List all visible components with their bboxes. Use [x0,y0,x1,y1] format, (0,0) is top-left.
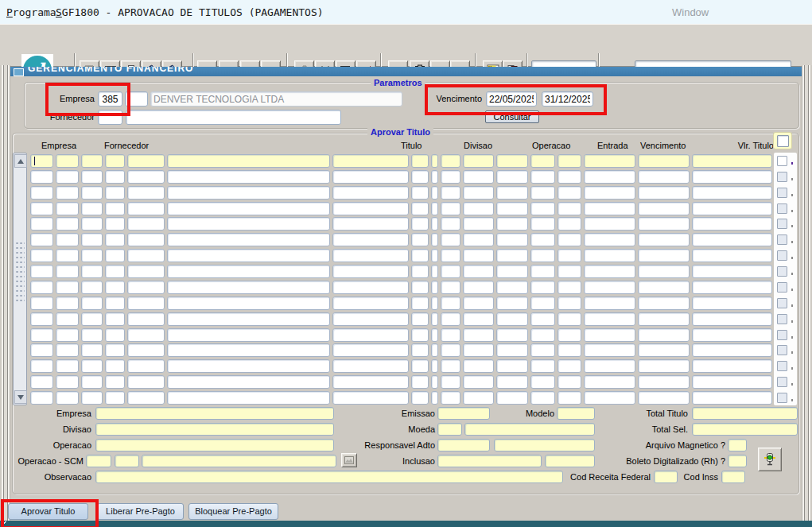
row-select-checkbox[interactable] [777,298,787,308]
grid-cell[interactable] [56,391,79,405]
grid-cell[interactable] [530,328,555,342]
row-select-checkbox[interactable] [777,172,787,182]
row-select-checkbox[interactable] [777,314,787,324]
grid-cell[interactable] [463,296,494,310]
grid-cell[interactable] [692,296,772,310]
scroll-up-button[interactable] [14,154,27,168]
grid-cell[interactable] [431,312,438,326]
grid-cell[interactable] [441,186,460,200]
grid-cell[interactable] [30,249,53,262]
grid-cell[interactable] [558,375,581,389]
grid-cell[interactable] [56,375,79,389]
grid-cell[interactable] [56,217,79,231]
grid-cell[interactable] [30,375,53,389]
grid-cell[interactable] [463,170,494,184]
grid-cell[interactable] [441,265,460,278]
grid-cell[interactable] [167,328,330,342]
grid-row[interactable] [30,343,775,357]
grid-cell[interactable] [105,154,125,168]
grid-cell[interactable] [463,186,494,200]
semaforo-button[interactable] [758,448,782,471]
grid-cell[interactable] [30,233,53,246]
grid-cell[interactable] [127,391,165,405]
grid-cell[interactable] [441,343,460,357]
grid-cell[interactable] [638,249,690,262]
grid-cell[interactable] [558,154,581,168]
grid-cell[interactable] [692,343,772,357]
grid-cell[interactable] [441,217,460,231]
row-select-checkbox[interactable] [777,266,787,277]
grid-cell[interactable] [496,233,528,246]
detail-inclusao-user-field[interactable] [545,455,595,467]
row-select-checkbox[interactable] [777,282,787,293]
grid-cell[interactable] [127,265,165,278]
grid-cell[interactable] [105,281,125,294]
grid-cell[interactable] [692,170,772,184]
grid-cell[interactable] [56,170,79,184]
grid-cell[interactable] [638,233,690,246]
empresa-code-input[interactable] [98,91,122,107]
grid-cell[interactable] [411,281,429,294]
grid-cell[interactable] [56,296,79,310]
grid-cell[interactable] [127,343,165,357]
grid-cell[interactable] [105,343,125,357]
grid-cell[interactable] [496,281,528,294]
grid-row[interactable] [30,202,775,215]
grid-cell[interactable] [692,312,772,326]
detail-responsavel-code-field[interactable] [437,439,490,451]
vencimento-from-input[interactable] [486,91,537,107]
grid-cell[interactable] [105,296,125,310]
grid-cell[interactable] [558,343,581,357]
grid-cell[interactable] [167,265,330,278]
grid-cell[interactable] [463,202,494,215]
grid-cell[interactable] [638,265,690,278]
grid-cell[interactable] [332,154,409,168]
grid-row[interactable] [30,170,775,184]
grid-cell[interactable] [431,186,438,200]
grid-cell[interactable] [81,154,103,168]
grid-cell[interactable] [441,249,460,262]
grid-cell[interactable] [30,391,53,405]
detail-empresa-field[interactable] [95,407,334,420]
grid-cell[interactable] [584,281,635,294]
grid-cell[interactable] [638,170,690,184]
grid-cell[interactable] [530,233,555,246]
grid-cell[interactable] [584,217,635,231]
grid-cell[interactable] [441,328,460,342]
grid-cell[interactable] [105,328,125,342]
grid-cell[interactable] [530,249,555,262]
grid-cell[interactable] [431,265,438,278]
grid-cell[interactable] [81,375,103,389]
grid-cell[interactable] [530,359,555,373]
grid-cell[interactable] [638,391,690,405]
grid-cell[interactable] [496,265,528,278]
grid-cell[interactable] [463,265,494,278]
grid-cell[interactable] [30,170,53,184]
grid-cell[interactable] [558,312,581,326]
grid-cell[interactable] [411,359,429,373]
grid-cell[interactable] [167,217,330,231]
grid-cell[interactable] [530,281,555,294]
grid-cell[interactable] [411,265,429,278]
grid-cell[interactable] [332,391,409,405]
grid-cell[interactable] [411,233,429,246]
detail-inclusao-date-field[interactable] [437,455,542,467]
grid-scrollbar[interactable] [13,153,27,405]
grid-cell[interactable] [431,328,438,342]
detail-operacao-field[interactable] [95,439,334,451]
detail-modelo-field[interactable] [557,407,595,420]
grid-cell[interactable] [558,202,581,215]
grid-cell[interactable] [463,343,494,357]
grid-cell[interactable] [496,391,528,405]
grid-cell[interactable] [638,328,690,342]
grid-row[interactable] [30,265,775,278]
grid-cell[interactable] [692,281,772,294]
grid-cell[interactable] [463,233,494,246]
grid-cell[interactable] [56,328,79,342]
grid-cell[interactable] [332,312,409,326]
grid-cell[interactable] [127,233,165,246]
grid-cell[interactable] [332,343,409,357]
grid-cell[interactable] [105,391,125,405]
vencimento-to-input[interactable] [542,91,593,107]
grid-cell[interactable] [431,281,438,294]
